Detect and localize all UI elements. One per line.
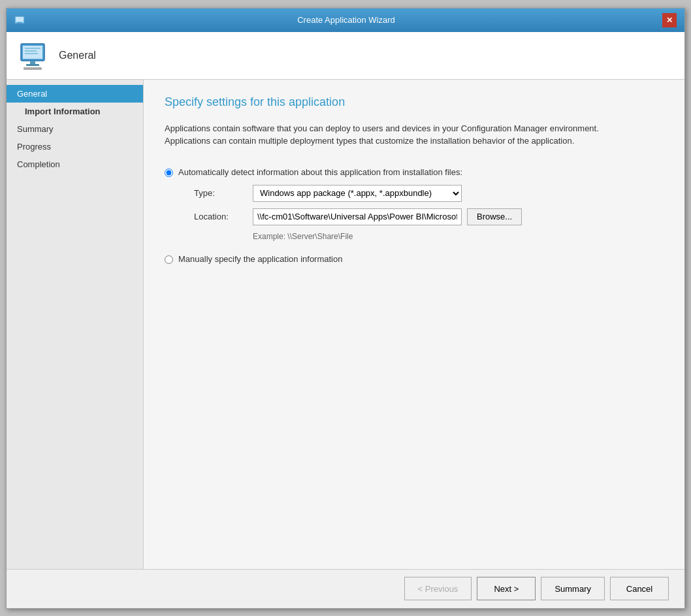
header-title: General: [59, 50, 96, 61]
description-text: Applications contain software that you c…: [165, 122, 664, 148]
previous-button[interactable]: < Previous: [404, 577, 472, 600]
type-row: Type: Windows app package (*.appx, *.app…: [194, 185, 522, 202]
auto-detect-label[interactable]: Automatically detect information about t…: [178, 167, 462, 177]
form-fields: Type: Windows app package (*.appx, *.app…: [194, 185, 522, 241]
manual-radio[interactable]: [165, 255, 173, 264]
cancel-button[interactable]: Cancel: [610, 577, 669, 600]
close-button[interactable]: ✕: [662, 13, 677, 27]
general-icon: [17, 40, 48, 71]
type-label: Type:: [194, 188, 253, 198]
summary-button[interactable]: Summary: [541, 577, 605, 600]
window-icon: [14, 15, 25, 25]
svg-rect-9: [25, 48, 40, 49]
manual-label[interactable]: Manually specify the application informa…: [178, 254, 342, 264]
title-bar: Create Application Wizard ✕: [7, 8, 684, 32]
sidebar-item-summary[interactable]: Summary: [7, 120, 143, 138]
main-content: Specify settings for this application Ap…: [144, 80, 684, 569]
svg-rect-11: [25, 53, 38, 54]
svg-rect-10: [25, 50, 37, 52]
sidebar: General Import Information Summary Progr…: [7, 80, 144, 569]
wizard-title: Create Application Wizard: [30, 15, 662, 25]
option-group: Automatically detect information about t…: [165, 167, 664, 264]
sidebar-item-import-information[interactable]: Import Information: [7, 103, 143, 120]
manual-option: Manually specify the application informa…: [165, 254, 664, 264]
type-select[interactable]: Windows app package (*.appx, *.appxbundl…: [253, 185, 462, 202]
sidebar-item-progress[interactable]: Progress: [7, 138, 143, 155]
header-section: General: [7, 32, 684, 80]
auto-detect-option: Automatically detect information about t…: [165, 167, 664, 241]
title-bar-left: [14, 15, 30, 25]
wizard-window: Create Application Wizard ✕ General: [6, 8, 685, 609]
svg-rect-2: [18, 22, 22, 23]
svg-rect-1: [16, 17, 24, 22]
svg-rect-3: [16, 23, 23, 24]
browse-button[interactable]: Browse...: [467, 208, 522, 225]
next-button[interactable]: Next >: [477, 577, 536, 600]
location-label: Location:: [194, 212, 253, 221]
example-text: Example: \\Server\Share\File: [253, 232, 522, 241]
svg-rect-7: [26, 64, 39, 66]
svg-rect-8: [24, 67, 42, 70]
sidebar-item-general[interactable]: General: [7, 85, 143, 103]
location-row: Location: Browse...: [194, 208, 522, 225]
main-title: Specify settings for this application: [165, 95, 664, 109]
wizard-body: General Import Information Summary Progr…: [7, 80, 684, 569]
auto-detect-radio[interactable]: [165, 169, 173, 177]
location-input[interactable]: [253, 208, 462, 225]
sidebar-item-completion[interactable]: Completion: [7, 155, 143, 173]
footer: < Previous Next > Summary Cancel: [7, 569, 684, 608]
